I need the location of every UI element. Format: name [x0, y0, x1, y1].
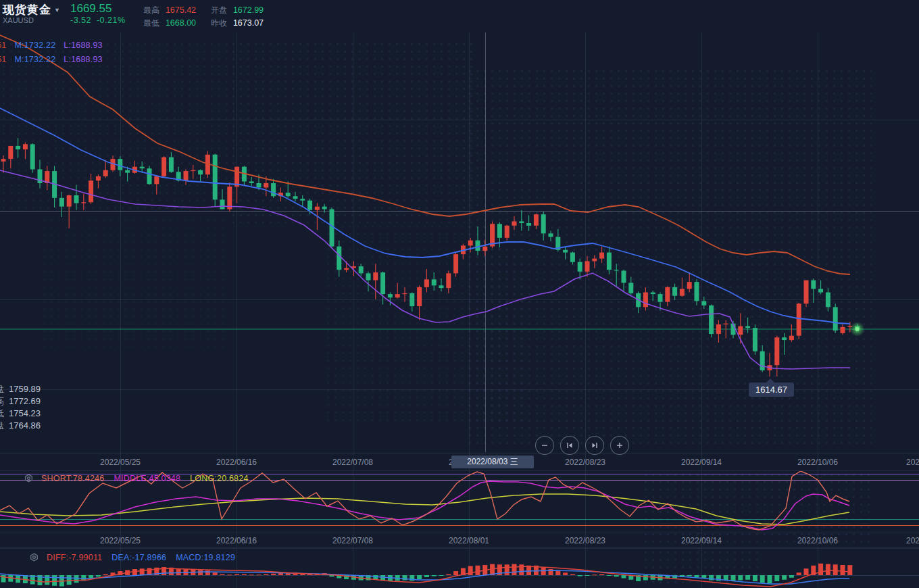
- plus-icon: [616, 441, 624, 449]
- osc-middle-label: MIDDLE:45.0348: [114, 474, 180, 483]
- seek-end-button[interactable]: [585, 436, 604, 455]
- skip-back-icon: [566, 441, 574, 449]
- macd-macd-label: MACD:19.8129: [176, 553, 235, 562]
- chevron-down-icon: ▼: [54, 7, 61, 14]
- minus-icon: [541, 441, 549, 449]
- macd-dea-label: DEA:-17.8966: [111, 553, 166, 562]
- gear-icon[interactable]: [23, 472, 34, 484]
- skip-forward-icon: [591, 441, 599, 449]
- symbol-name[interactable]: 现货黄金▼: [3, 2, 61, 18]
- oscillator-label-row: SHORT:78.4246 MIDDLE:45.0348 LONG:20.682…: [23, 472, 251, 484]
- osc-short-label: SHORT:78.4246: [41, 474, 104, 483]
- trading-chart-app: 现货黄金▼ XAUUSD 1669.55 -3.52 -0.21% 最高 167…: [0, 0, 919, 588]
- symbol-label: 现货黄金: [3, 3, 51, 16]
- gear-icon[interactable]: [28, 552, 40, 563]
- zoom-in-button[interactable]: [610, 436, 629, 455]
- chart-canvas[interactable]: [0, 0, 919, 588]
- seek-start-button[interactable]: [560, 436, 579, 455]
- osc-long-label: LONG:20.6824: [190, 474, 248, 483]
- zoom-out-button[interactable]: [535, 436, 554, 455]
- macd-label-row: DIFF:-7.99011 DEA:-17.8966 MACD:19.8129: [28, 552, 238, 563]
- macd-diff-label: DIFF:-7.99011: [47, 553, 102, 562]
- macd-histogram: [1, 564, 853, 587]
- chart-nav-controls: [535, 436, 629, 455]
